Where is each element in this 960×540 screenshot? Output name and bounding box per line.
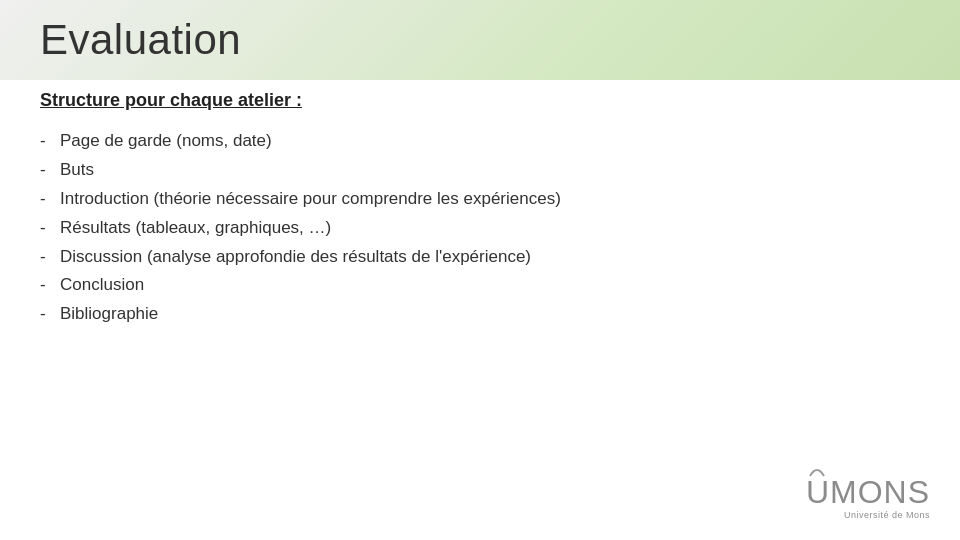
list-item: Bibliographie xyxy=(40,300,920,329)
list-item: Page de garde (noms, date) xyxy=(40,127,920,156)
umons-logo: UMONS Université de Mons xyxy=(806,464,930,520)
header-bar: Evaluation xyxy=(0,0,960,80)
slide-title: Evaluation xyxy=(40,16,241,64)
slide: Evaluation Structure pour chaque atelier… xyxy=(0,0,960,540)
list-item: Résultats (tableaux, graphiques, …) xyxy=(40,214,920,243)
list-item: Conclusion xyxy=(40,271,920,300)
logo-text-group: UMONS xyxy=(806,464,930,508)
logo-umons-text: UMONS xyxy=(806,476,930,508)
list-item: Discussion (analyse approfondie des résu… xyxy=(40,243,920,272)
logo-subtitle-text: Université de Mons xyxy=(806,510,930,520)
bullet-list: Page de garde (noms, date) Buts Introduc… xyxy=(40,127,920,329)
section-header: Structure pour chaque atelier : xyxy=(40,90,920,111)
list-item: Introduction (théorie nécessaire pour co… xyxy=(40,185,920,214)
list-item: Buts xyxy=(40,156,920,185)
main-content: Structure pour chaque atelier : Page de … xyxy=(40,90,920,329)
